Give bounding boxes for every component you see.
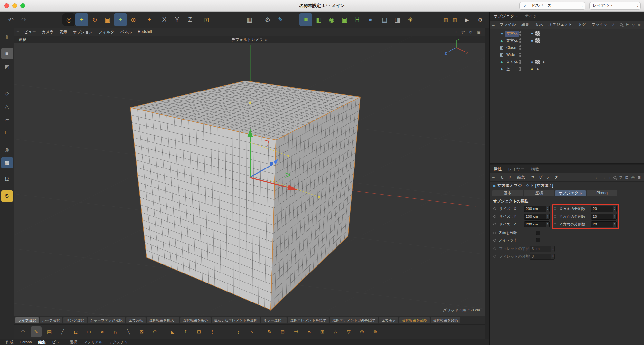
polygon-pen-icon[interactable]: ✎	[31, 326, 42, 337]
panel-tab[interactable]: レイヤー	[508, 167, 525, 172]
camera-move-icon[interactable]: ⊕	[265, 38, 267, 42]
snap-toggle-icon[interactable]: S	[1, 190, 13, 202]
bottom-menu-item[interactable]: 作成	[3, 340, 16, 345]
close-hole-icon[interactable]: ⊠	[136, 326, 147, 337]
minimize-window-button[interactable]	[12, 3, 17, 8]
size-x-field[interactable]: 200 cm ▲▼	[524, 206, 550, 212]
attribute-manager-menu-item[interactable]: 編集	[515, 175, 528, 180]
stepper-control[interactable]: ▲▼	[613, 222, 616, 227]
selection-button[interactable]: 全て反転	[126, 317, 146, 323]
camera-label[interactable]: デフォルトカメラ	[232, 37, 263, 43]
selection-button[interactable]: 選択エレメントを隠す	[288, 317, 329, 323]
selection-button[interactable]: 全て表示	[379, 317, 398, 323]
render-view-icon[interactable]: ▦	[243, 13, 256, 26]
anim-dot-icon[interactable]	[493, 239, 496, 242]
render-queue-icon[interactable]: ▥	[441, 14, 450, 25]
panel-tab[interactable]: オブジェクト	[494, 14, 518, 19]
lock-icon[interactable]: ⊡	[625, 175, 628, 180]
new-panel-icon[interactable]: ⊞	[638, 175, 641, 180]
extrude-icon[interactable]: ↥	[180, 326, 191, 337]
inner-extrude-icon[interactable]: ⊡	[194, 326, 204, 337]
object-row[interactable]: ▲立方体●	[490, 37, 644, 44]
panel-tab[interactable]: テイク	[525, 14, 537, 19]
viewport-menu-item[interactable]: パネル	[117, 29, 135, 35]
size-z-field[interactable]: 200 cm ▲▼	[524, 221, 550, 227]
menu-hamburger-icon[interactable]: ≡	[492, 175, 495, 180]
iron-icon[interactable]: ▭	[83, 326, 94, 337]
attribute-manager-menu-item[interactable]: ユーザーデータ	[528, 175, 561, 180]
separate-surfaces-checkbox[interactable]	[536, 231, 540, 235]
weld-points-icon[interactable]: ⊕	[356, 326, 367, 337]
spline-primitive-icon[interactable]: H	[351, 13, 364, 26]
object-row[interactable]: ■立方体●	[490, 30, 644, 37]
bridge-icon[interactable]: ∩	[110, 326, 121, 337]
stitch-sew-icon[interactable]: ≈	[97, 326, 108, 337]
polygon-selection-icon[interactable]: ▩	[1, 157, 13, 168]
weld-icon[interactable]: ⊙	[149, 326, 160, 337]
material-tag-icon[interactable]: ●	[541, 60, 546, 64]
viewport-menu-item[interactable]: オプション	[70, 29, 96, 35]
normal-scale-icon[interactable]: ↘	[246, 326, 257, 337]
visibility-dots[interactable]	[519, 53, 521, 57]
pan-view-icon[interactable]: +	[455, 30, 457, 34]
stepper-control[interactable]: ▲▼	[546, 206, 549, 212]
section-tab[interactable]: オブジェクト	[555, 190, 586, 196]
zoom-window-button[interactable]	[20, 3, 25, 8]
render-history-icon[interactable]: ▥	[450, 14, 459, 25]
bottom-menu-item[interactable]: Corona	[16, 340, 35, 344]
selection-button[interactable]: リング選択	[63, 317, 87, 323]
normal-move-icon[interactable]: ↕	[233, 326, 244, 337]
section-tab[interactable]: Phong	[587, 190, 617, 196]
bottom-menu-item[interactable]: ビュー	[49, 340, 67, 345]
uvw-tag-icon[interactable]	[535, 38, 540, 43]
axis-tool-icon[interactable]: ⊕	[127, 13, 140, 26]
line-cut-icon[interactable]: ╱	[57, 326, 68, 337]
stepper-control[interactable]: ▲▼	[546, 222, 549, 227]
bottom-menu-item[interactable]: 選択	[67, 340, 80, 345]
anim-dot-icon[interactable]	[493, 232, 496, 234]
projection-label[interactable]: 透視	[19, 37, 26, 43]
selection-button[interactable]: 選択エレメント以外を隠す	[330, 317, 378, 323]
rotate-tool-icon[interactable]: ↻	[88, 13, 101, 26]
filter-icon[interactable]: ▽	[619, 175, 622, 180]
snap-move-tool-icon[interactable]: +	[114, 13, 127, 26]
brush-icon[interactable]: ╲	[123, 326, 134, 337]
section-tab[interactable]: 基本	[492, 190, 523, 196]
lock-z-icon[interactable]: Z	[184, 13, 196, 26]
collapse-icon[interactable]: ⊗	[370, 326, 381, 337]
cube-primitive-icon[interactable]: ■	[299, 13, 312, 26]
volume-icon[interactable]: ●	[364, 13, 377, 26]
stepper-control[interactable]: ▲▼	[613, 206, 616, 212]
normal-rotate-icon[interactable]: ↻	[264, 326, 275, 337]
viewport-menu-item[interactable]: Redshift	[135, 29, 155, 35]
phong-tag-icon[interactable]: ●	[530, 38, 534, 43]
undo-icon[interactable]: ↶	[5, 13, 17, 26]
visibility-dots[interactable]	[519, 60, 521, 64]
anim-dot-icon[interactable]	[493, 215, 496, 218]
sculpt-pen-icon[interactable]: ✎	[274, 13, 287, 26]
disconnect-icon[interactable]: ⊣	[290, 326, 301, 337]
segments-x-field[interactable]: 20 ▲▼	[591, 206, 617, 212]
filter-icon[interactable]: ▽	[632, 23, 635, 27]
smooth-shift-icon[interactable]: ≡	[220, 326, 231, 337]
lock-y-icon[interactable]: Y	[171, 13, 184, 26]
visibility-dots[interactable]	[519, 67, 521, 71]
material_yellow-tag-icon[interactable]: ●	[530, 67, 534, 71]
up-icon[interactable]: ↑	[609, 175, 611, 180]
anim-dot-icon[interactable]	[493, 207, 496, 210]
layout-select[interactable]: レイアウト ▲▼	[589, 2, 641, 10]
phong-tag-icon[interactable]: ●	[530, 31, 534, 36]
panel-tab[interactable]: 属性	[494, 167, 502, 172]
viewport-solo-icon[interactable]: ◎	[1, 144, 13, 155]
selection-button[interactable]: 選択範囲を記録	[399, 317, 429, 323]
untriangulate-icon[interactable]: ▽	[343, 326, 354, 337]
forward-icon[interactable]: →	[602, 175, 606, 180]
nodespace-select[interactable]: ノードスペース ▲▼	[519, 2, 585, 10]
split-icon[interactable]: ⊟	[277, 326, 288, 337]
visibility-dots[interactable]	[519, 31, 521, 36]
anim-dot-icon[interactable]	[554, 223, 556, 225]
segments-z-field[interactable]: 20 ▲▼	[591, 221, 617, 227]
fields-icon[interactable]: ▤	[378, 13, 391, 26]
object-row[interactable]: ●空●●	[490, 65, 644, 72]
attribute-manager-menu-item[interactable]: モード	[497, 175, 515, 180]
